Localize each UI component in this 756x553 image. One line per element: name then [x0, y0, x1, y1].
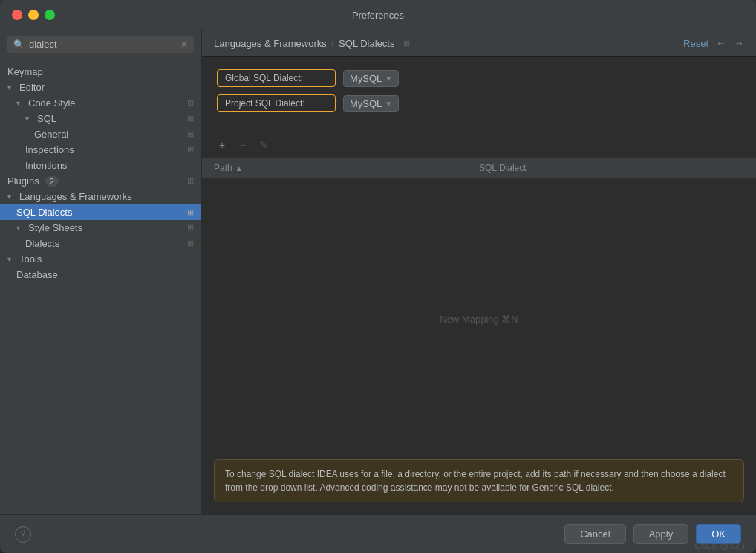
- editor-arrow: ▾: [7, 83, 16, 91]
- window-title: Preferences: [352, 10, 404, 21]
- sidebar-item-general-label: General: [34, 129, 68, 140]
- sidebar-item-inspections-label: Inspections: [25, 144, 74, 155]
- close-button[interactable]: [12, 10, 22, 20]
- title-bar: Preferences: [0, 0, 756, 30]
- breadcrumb: Languages & Frameworks › SQL Dialects ⊞: [214, 38, 683, 49]
- global-dialect-row: Global SQL Dialect: MySQL ▼: [217, 69, 741, 87]
- lang-arrow: ▾: [7, 193, 16, 201]
- global-dialect-chevron: ▼: [385, 74, 392, 83]
- sidebar-item-keymap[interactable]: Keymap: [0, 64, 201, 80]
- sidebar-item-lang-frameworks[interactable]: ▾ Languages & Frameworks: [0, 189, 201, 204]
- sidebar: 🔍 ✕ Keymap ▾ Editor ▾ Code Style ⊞: [0, 30, 202, 514]
- sidebar-item-dialects-label: Dialects: [25, 238, 59, 249]
- path-sort-arrow: ▲: [235, 164, 243, 172]
- tools-arrow: ▾: [7, 255, 16, 263]
- sql-arrow: ▾: [25, 114, 34, 123]
- project-dialect-row: Project SQL Dialect: MySQL ▼: [217, 94, 741, 112]
- inspections-icon: ⊞: [187, 145, 194, 155]
- breadcrumb-parent: Languages & Frameworks: [214, 38, 327, 49]
- preferences-window: Preferences 🔍 ✕ Keymap ▾ Editor: [0, 0, 756, 553]
- plugins-badge: 2: [45, 176, 59, 187]
- cancel-button[interactable]: Cancel: [564, 524, 625, 544]
- sidebar-item-sql[interactable]: ▾ SQL ⊞: [0, 111, 201, 126]
- sidebar-item-plugins-label: Plugins: [7, 175, 39, 187]
- style-sheets-arrow: ▾: [16, 224, 25, 232]
- general-icon: ⊞: [187, 129, 194, 139]
- traffic-lights: [12, 10, 55, 20]
- project-dialect-label: Project SQL Dialect:: [217, 94, 336, 112]
- search-icon: 🔍: [13, 39, 25, 50]
- help-button[interactable]: ?: [15, 526, 31, 543]
- footer: ? Cancel Apply OK: [0, 514, 756, 553]
- header-actions: Reset ← →: [683, 37, 744, 49]
- code-style-icon: ⊞: [187, 98, 194, 108]
- breadcrumb-separator: ›: [331, 38, 334, 49]
- edit-mapping-button[interactable]: ✎: [255, 137, 272, 153]
- sidebar-item-code-style[interactable]: ▾ Code Style ⊞: [0, 95, 201, 111]
- reset-button[interactable]: Reset: [683, 38, 708, 49]
- style-sheets-icon: ⊞: [187, 223, 194, 233]
- sidebar-item-dialects[interactable]: Dialects ⊞: [0, 236, 201, 251]
- sidebar-item-keymap-label: Keymap: [7, 66, 43, 77]
- table-header: Path ▲ SQL Dialect: [202, 158, 756, 178]
- sidebar-item-database-label: Database: [16, 269, 58, 280]
- sidebar-item-intentions[interactable]: Intentions: [0, 158, 201, 173]
- table-body: New Mapping ⌘N: [202, 178, 756, 459]
- sidebar-item-sql-label: SQL: [37, 113, 56, 124]
- sidebar-item-general[interactable]: General ⊞: [0, 126, 201, 142]
- search-input[interactable]: [29, 39, 176, 50]
- sidebar-item-editor-label: Editor: [19, 82, 45, 93]
- project-dialect-value: MySQL: [350, 98, 382, 109]
- sidebar-item-style-sheets[interactable]: ▾ Style Sheets ⊞: [0, 220, 201, 236]
- apply-button[interactable]: Apply: [633, 524, 689, 544]
- dialects-icon: ⊞: [187, 239, 194, 248]
- panel-header: Languages & Frameworks › SQL Dialects ⊞ …: [202, 30, 756, 57]
- path-header-cell: Path ▲: [214, 163, 479, 173]
- sidebar-item-sql-dialects-label: SQL Dialects: [16, 207, 72, 218]
- sidebar-item-editor[interactable]: ▾ Editor: [0, 80, 201, 95]
- tree-area: Keymap ▾ Editor ▾ Code Style ⊞ ▾ SQL ⊞: [0, 59, 201, 514]
- sidebar-item-tools-label: Tools: [19, 253, 42, 265]
- global-dialect-select[interactable]: MySQL ▼: [343, 70, 399, 87]
- code-style-arrow: ▾: [16, 99, 25, 107]
- sidebar-item-inspections[interactable]: Inspections ⊞: [0, 142, 201, 158]
- project-dialect-chevron: ▼: [385, 100, 392, 108]
- sidebar-item-plugins[interactable]: Plugins 2 ⊞: [0, 173, 201, 189]
- search-wrapper: 🔍 ✕: [7, 36, 194, 53]
- sidebar-item-sql-dialects[interactable]: SQL Dialects ⊞: [0, 204, 201, 220]
- global-dialect-label: Global SQL Dialect:: [217, 69, 336, 87]
- back-button[interactable]: ←: [716, 37, 726, 49]
- forward-button[interactable]: →: [734, 37, 744, 49]
- maximize-button[interactable]: [45, 10, 55, 20]
- search-bar: 🔍 ✕: [0, 30, 201, 59]
- path-header-label: Path: [214, 163, 232, 173]
- add-mapping-button[interactable]: +: [214, 137, 230, 153]
- sidebar-item-style-sheets-label: Style Sheets: [28, 222, 82, 233]
- info-text: To change SQL dialect IDEA uses for a fi…: [225, 469, 726, 493]
- minimize-button[interactable]: [28, 10, 39, 20]
- mapping-toolbar: + − ✎: [202, 132, 756, 158]
- watermark: CSDN @.G( );: [695, 541, 747, 550]
- footer-left: ?: [15, 526, 31, 543]
- remove-mapping-button[interactable]: −: [235, 137, 251, 153]
- sidebar-item-intentions-label: Intentions: [25, 160, 67, 171]
- global-dialect-value: MySQL: [350, 73, 382, 84]
- sidebar-item-code-style-label: Code Style: [28, 97, 76, 109]
- sidebar-item-database[interactable]: Database: [0, 267, 201, 282]
- main-panel: Languages & Frameworks › SQL Dialects ⊞ …: [202, 30, 756, 514]
- clear-icon[interactable]: ✕: [180, 39, 188, 50]
- sql-dialect-header-cell: SQL Dialect: [479, 163, 744, 173]
- breadcrumb-current: SQL Dialects: [339, 38, 394, 49]
- plugins-icon: ⊞: [187, 176, 194, 186]
- dialect-settings: Global SQL Dialect: MySQL ▼ Project SQL …: [202, 57, 756, 132]
- info-box: To change SQL dialect IDEA uses for a fi…: [214, 459, 744, 502]
- sidebar-item-lang-frameworks-label: Languages & Frameworks: [19, 191, 132, 202]
- breadcrumb-pin-icon: ⊞: [403, 39, 410, 48]
- sidebar-item-tools[interactable]: ▾ Tools: [0, 251, 201, 267]
- help-icon: ?: [21, 529, 26, 540]
- sql-dialect-header-label: SQL Dialect: [479, 163, 527, 173]
- sql-icon: ⊞: [187, 114, 194, 123]
- empty-hint: New Mapping ⌘N: [440, 314, 518, 325]
- sql-dialects-icon: ⊞: [187, 207, 194, 217]
- project-dialect-select[interactable]: MySQL ▼: [343, 95, 399, 112]
